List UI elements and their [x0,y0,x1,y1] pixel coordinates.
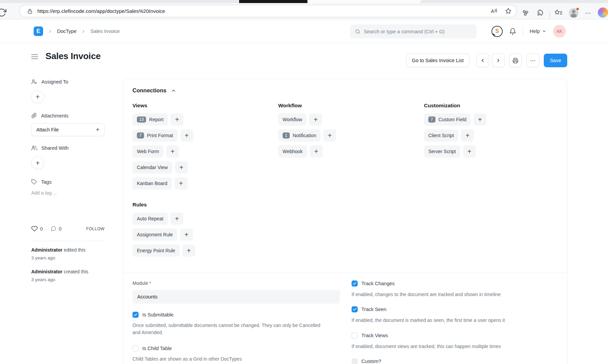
shared-with-label: Shared With [41,145,69,151]
paperclip-icon [31,113,37,119]
add-print-format-button[interactable]: + [180,129,193,142]
checkbox-unchecked-icon[interactable] [352,332,358,339]
section-divider [124,273,567,273]
checkbox-checked-icon[interactable] [352,280,358,287]
link-assignment-rule[interactable]: Assignment Rule [132,229,177,241]
lock-icon[interactable] [27,8,33,14]
app-logo[interactable]: E [34,26,43,36]
activity-created: Administrator created this 3 years ago [31,269,105,283]
checkbox-checked-icon[interactable] [132,312,139,318]
add-notification-button[interactable]: + [323,129,336,142]
module-field-input[interactable]: Accounts [132,290,340,304]
link-webhook[interactable]: Webhook [278,145,307,158]
add-server-script-button[interactable]: + [463,145,476,158]
add-workflow-button[interactable]: + [309,113,322,126]
next-document-button[interactable] [492,54,505,67]
sidebar-toggle-icon[interactable] [31,54,38,59]
add-assignment-button[interactable]: + [31,90,44,103]
browser-menu-icon[interactable]: ⋯ [585,10,591,17]
copilot-icon[interactable] [598,7,608,18]
link-auto-repeat[interactable]: Auto Repeat [132,213,168,225]
checkbox-checked-icon[interactable] [352,306,358,312]
track-changes-field[interactable]: Track Changes [352,280,558,287]
breadcrumb-doctype[interactable]: DocType [57,29,76,34]
comments-icon[interactable] [51,226,56,232]
chevron-down-icon [542,29,547,34]
help-menu[interactable]: Help [530,29,547,34]
page-title: Sales Invoice [46,51,101,61]
heart-icon[interactable] [31,225,38,232]
chevron-right-icon [48,29,53,34]
link-report[interactable]: 13Report [132,113,168,126]
group-title-rules: Rules [132,202,278,208]
form-body-card: Connections Views 13Report + 7Print Form… [123,79,567,364]
add-client-script-button[interactable]: + [461,129,474,142]
global-search-input[interactable]: Search or type a command (Ctrl + G) [350,24,477,38]
extensions-puzzle-icon[interactable] [537,9,544,16]
reload-icon[interactable] [0,8,6,17]
likes-count[interactable]: 0 [40,226,43,232]
activity-timestamp: 3 years ago [31,277,105,283]
page-header: Sales Invoice Go to Sales Invoice List ⋯… [0,43,608,68]
link-calendar-view[interactable]: Calendar View [132,161,172,174]
attachments-label: Attachments [41,113,69,119]
checkbox-disabled-icon [352,358,358,364]
link-print-format[interactable]: 7Print Format [132,129,178,142]
user-avatar[interactable]: AK [553,25,566,38]
is-child-table-description: Child Tables are shown as a Grid in othe… [132,356,325,363]
profile-notification-dot [576,7,579,11]
attach-file-button[interactable]: Attach File + [31,123,105,136]
is-child-table-field[interactable]: Is Child Table [132,345,340,351]
add-tag-input[interactable]: Add a tag ... [31,190,105,196]
link-client-script[interactable]: Client Script [424,129,458,142]
checkbox-unchecked-icon[interactable] [132,345,139,351]
track-views-field[interactable]: Track Views [352,332,558,339]
support-chat-icon[interactable]: S [491,26,503,37]
go-to-list-button[interactable]: Go to Sales Invoice List [406,54,469,67]
link-web-form[interactable]: Web Form [132,145,163,158]
add-report-button[interactable]: + [171,113,183,126]
assigned-to-label: Assigned To [41,79,68,85]
add-auto-repeat-button[interactable]: + [171,213,183,225]
link-server-script[interactable]: Server Script [424,145,460,158]
url-text[interactable]: https://erp.clefincode.com/app/doctype/S… [37,8,491,14]
activity-timestamp: 3 years ago [31,255,105,261]
is-submittable-field[interactable]: Is Submittable [132,312,340,318]
browser-tabstrip [0,0,608,3]
favorites-bar-icon[interactable] [554,9,562,17]
favorite-star-icon[interactable] [505,8,512,14]
app-navbar: E DocType Sales Invoice Search or type a… [0,19,608,43]
add-webhook-button[interactable]: + [310,145,323,158]
print-button[interactable] [509,54,522,67]
link-energy-point-rule[interactable]: Energy Point Rule [132,244,180,257]
follow-button[interactable]: FOLLOW [86,226,105,231]
link-workflow[interactable]: Workflow [278,113,306,126]
add-kanban-board-button[interactable]: + [175,177,187,189]
more-actions-button[interactable]: ⋯ [526,54,539,67]
tags-label: Tags [41,179,52,185]
add-share-button[interactable]: + [31,157,44,169]
read-aloud-icon[interactable]: A [491,8,498,14]
address-bar[interactable]: https://erp.clefincode.com/app/doctype/S… [19,5,517,17]
save-button[interactable]: Save [544,54,567,67]
breadcrumb-sales-invoice[interactable]: Sales Invoice [90,29,120,34]
extension-circles-icon[interactable] [522,9,529,17]
previous-document-button[interactable] [476,54,489,67]
add-custom-field-button[interactable]: + [473,113,486,126]
add-assignment-rule-button[interactable]: + [180,229,193,241]
link-kanban-board[interactable]: Kanban Board [132,177,172,189]
connections-section-header[interactable]: Connections [132,87,558,94]
track-seen-description: If enabled, the document is marked as se… [352,317,544,324]
track-seen-field[interactable]: Track Seen [352,306,558,312]
toolbar-divider [550,11,550,18]
add-energy-point-rule-button[interactable]: + [182,244,195,257]
link-notification[interactable]: 1Notification [278,129,321,142]
notifications-bell-icon[interactable] [509,28,516,35]
add-web-form-button[interactable]: + [166,145,179,158]
link-custom-field[interactable]: 7Custom Field [424,113,471,126]
custom-field: Custom? [352,358,558,364]
search-placeholder: Search or type a command (Ctrl + G) [364,29,445,34]
group-title-workflow: Workflow [278,103,424,109]
comments-count[interactable]: 0 [59,226,61,232]
add-calendar-view-button[interactable]: + [175,161,188,174]
